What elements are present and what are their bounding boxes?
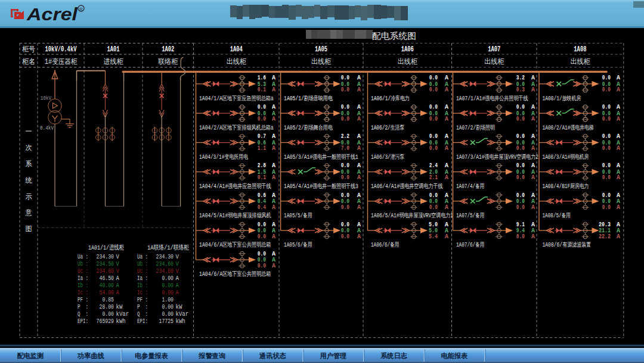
svg-text:1A08/5/备用: 1A08/5/备用 [543, 213, 571, 219]
svg-text:0.0: 0.0 [516, 104, 525, 110]
svg-text:A: A [445, 233, 448, 240]
svg-text:1A06/3/潜污泵: 1A06/3/潜污泵 [371, 153, 405, 161]
svg-text:0.0: 0.0 [516, 204, 525, 211]
svg-text:V: V [176, 260, 179, 267]
svg-text:A: A [531, 233, 535, 240]
svg-text:0.0: 0.0 [258, 251, 266, 257]
svg-text:报警查询: 报警查询 [198, 352, 225, 360]
svg-text:A: A [617, 87, 620, 93]
svg-text:0.4: 0.4 [258, 204, 266, 211]
svg-text:V: V [176, 253, 179, 260]
svg-text:234.30: 234.30 [97, 253, 114, 260]
svg-text:0.0: 0.0 [341, 162, 349, 169]
svg-text:0.0: 0.0 [429, 87, 438, 93]
svg-text:A: A [445, 204, 448, 211]
svg-text:1A01/1/进线柜: 1A01/1/进线柜 [88, 244, 124, 251]
svg-text:234.80: 234.80 [156, 267, 174, 275]
svg-text:A: A [531, 116, 535, 122]
svg-text:0.3: 0.3 [516, 87, 525, 93]
svg-text:1A04/5/A1#弱电井屋顶排烟风机: 1A04/5/A1#弱电井屋顶排烟风机 [199, 212, 271, 219]
svg-text:进线柜: 进线柜 [104, 58, 124, 66]
svg-text:Ic :: Ic : [137, 289, 148, 296]
svg-text:0.7: 0.7 [258, 133, 266, 140]
svg-text:1A05/6/备用: 1A05/6/备用 [284, 242, 312, 248]
svg-text:1A04: 1A04 [230, 45, 243, 54]
svg-text:0.00: 0.00 [162, 303, 174, 310]
svg-text:A: A [272, 145, 275, 152]
svg-text:0.0: 0.0 [429, 133, 438, 140]
svg-text:A: A [531, 192, 535, 199]
svg-text:0.6: 0.6 [258, 192, 266, 199]
svg-text:A: A [272, 233, 275, 240]
svg-text:系: 系 [26, 160, 32, 168]
svg-text:统: 统 [26, 176, 32, 185]
svg-text:0.1: 0.1 [258, 174, 266, 181]
svg-text:0.0: 0.0 [341, 174, 349, 181]
svg-text:出线柜: 出线柜 [311, 57, 332, 66]
svg-text:9.1: 9.1 [516, 222, 525, 228]
svg-text:0.0: 0.0 [429, 145, 438, 152]
svg-text:A: A [272, 251, 275, 257]
svg-text:1A06/5/A1#弱电井屋顶VRV空调电力1: 1A06/5/A1#弱电井屋顶VRV空调电力1 [371, 212, 453, 219]
svg-text:A: A [357, 233, 361, 240]
svg-text:1A04/6/A区地下室公共照明总箱: 1A04/6/A区地下室公共照明总箱 [199, 270, 271, 278]
svg-text:Q :: Q : [137, 310, 148, 318]
svg-text:A: A [357, 204, 361, 211]
svg-text:0.0: 0.0 [602, 75, 611, 81]
svg-text:A: A [357, 192, 361, 199]
svg-text:0.0: 0.0 [258, 263, 266, 269]
svg-text:A: A [357, 145, 361, 152]
svg-text:0.0: 0.0 [341, 233, 349, 240]
svg-text:Ub :: Ub : [78, 260, 88, 267]
svg-text:1A08/1/放映机房: 1A08/1/放映机房 [543, 95, 581, 102]
svg-text:A: A [445, 75, 448, 81]
svg-text:A: A [357, 87, 361, 93]
svg-text:Ub :: Ub : [137, 260, 148, 267]
svg-text:电参量报表: 电参量报表 [135, 352, 168, 360]
svg-text:A: A [531, 174, 535, 181]
svg-text:A: A [272, 87, 275, 93]
svg-text:0.0: 0.0 [429, 75, 438, 81]
svg-text:0.0: 0.0 [602, 162, 611, 169]
svg-text:功率曲线: 功率曲线 [77, 352, 104, 360]
svg-text:234.50: 234.50 [97, 260, 114, 267]
svg-text:A: A [272, 104, 275, 110]
svg-text:0.0: 0.0 [516, 174, 525, 181]
svg-text:配电监测: 配电监测 [17, 352, 44, 360]
svg-text:A: A [116, 275, 120, 282]
svg-text:0.0: 0.0 [429, 104, 438, 110]
svg-text:A: A [176, 275, 179, 282]
svg-text:1A06/1/冷库电力: 1A06/1/冷库电力 [371, 95, 410, 102]
svg-text:1A01: 1A01 [107, 45, 119, 54]
svg-text:Ia :: Ia : [137, 275, 148, 282]
svg-text:0.0: 0.0 [602, 104, 611, 110]
svg-text:A: A [617, 75, 620, 81]
svg-text:A: A [445, 174, 448, 181]
svg-text:0.4kV: 0.4kV [40, 125, 54, 131]
svg-text:A: A [272, 116, 275, 122]
svg-text:kVar: kVar [116, 310, 129, 318]
svg-text:1A04/6/A区地下室公共照明总箱: 1A04/6/A区地下室公共照明总箱 [199, 241, 271, 248]
svg-text:234.80: 234.80 [97, 267, 114, 275]
svg-text:PF :: PF : [78, 296, 88, 303]
svg-text:kW: kW [116, 303, 123, 310]
svg-text:1A08: 1A08 [574, 45, 586, 54]
svg-text:图: 图 [26, 225, 32, 233]
svg-text:V: V [116, 267, 120, 275]
svg-text:Ua :: Ua : [137, 253, 148, 260]
svg-text:0.0: 0.0 [516, 133, 525, 140]
svg-text:0.0: 0.0 [341, 116, 349, 122]
svg-text:0.00: 0.00 [162, 282, 174, 289]
svg-text:Ua :: Ua : [78, 253, 88, 260]
svg-text:1A06/6/备用: 1A06/6/备用 [371, 242, 400, 248]
svg-text:0.0: 0.0 [516, 116, 525, 122]
svg-text:A: A [445, 192, 448, 199]
svg-text:1A07/4/备用: 1A07/4/备用 [456, 183, 485, 190]
svg-text:0.0: 0.0 [516, 145, 525, 152]
svg-text:出线柜: 出线柜 [227, 57, 247, 66]
svg-text:0.0: 0.0 [602, 145, 611, 152]
svg-text:通讯状态: 通讯状态 [259, 352, 286, 360]
svg-text:A: A [531, 204, 535, 211]
svg-text:1A06/2/生活泵: 1A06/2/生活泵 [371, 124, 405, 131]
svg-text:A: A [357, 174, 361, 181]
